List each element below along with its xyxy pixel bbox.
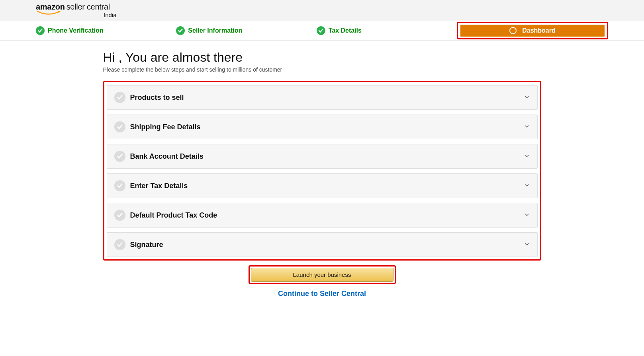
accordion-label: Bank Account Details bbox=[130, 152, 204, 161]
checkmark-icon bbox=[114, 210, 125, 221]
accordion-label: Products to sell bbox=[130, 93, 184, 102]
top-bar-inner: amazon seller central India bbox=[0, 2, 644, 21]
step-label: Tax Details bbox=[329, 27, 362, 34]
accordion-label: Shipping Fee Details bbox=[130, 123, 201, 131]
continue-to-seller-central-link[interactable]: Continue to Seller Central bbox=[103, 290, 541, 298]
step-bar-inner: Phone Verification Seller Information Ta… bbox=[0, 21, 644, 40]
step-bar: Phone Verification Seller Information Ta… bbox=[0, 21, 644, 41]
accordion-signature[interactable]: Signature bbox=[107, 232, 538, 257]
checkmark-icon bbox=[114, 92, 125, 103]
brand-region: India bbox=[104, 12, 117, 18]
accordion-label: Signature bbox=[130, 241, 163, 249]
accordion-left: Shipping Fee Details bbox=[114, 121, 201, 132]
accordion-bank-account-details[interactable]: Bank Account Details bbox=[107, 144, 538, 169]
accordion-left: Signature bbox=[114, 239, 163, 250]
main-content: Hi , You are almost there Please complet… bbox=[99, 50, 545, 298]
checkmark-icon bbox=[176, 26, 185, 35]
accordion-left: Enter Tax Details bbox=[114, 180, 188, 191]
chevron-down-icon bbox=[524, 94, 530, 101]
accordion-left: Default Product Tax Code bbox=[114, 210, 217, 221]
top-bar: amazon seller central India bbox=[0, 0, 644, 21]
accordion-shipping-fee-details[interactable]: Shipping Fee Details bbox=[107, 115, 538, 139]
step-tax-details[interactable]: Tax Details bbox=[317, 21, 457, 40]
accordion-left: Products to sell bbox=[114, 92, 184, 103]
highlight-box-launch: Launch your business bbox=[249, 265, 396, 284]
amazon-swoosh-icon bbox=[37, 10, 61, 14]
launch-your-business-button[interactable]: Launch your business bbox=[251, 268, 393, 282]
step-label: Seller Information bbox=[188, 27, 242, 34]
step-seller-information[interactable]: Seller Information bbox=[176, 21, 316, 40]
highlight-box-dashboard: Dashboard bbox=[457, 22, 608, 39]
step-label: Dashboard bbox=[522, 27, 556, 34]
chevron-down-icon bbox=[524, 241, 530, 249]
checkmark-icon bbox=[317, 26, 325, 35]
brand-word-seller-central: seller central bbox=[67, 2, 110, 12]
chevron-down-icon bbox=[524, 212, 530, 219]
brand-logo[interactable]: amazon seller central India bbox=[36, 2, 123, 18]
accordion-products-to-sell[interactable]: Products to sell bbox=[107, 85, 538, 110]
checkmark-icon bbox=[114, 121, 125, 132]
chevron-down-icon bbox=[524, 182, 530, 190]
accordion-label: Default Product Tax Code bbox=[130, 211, 217, 220]
highlight-box-accordion: Products to sell Shipping Fee Details bbox=[103, 81, 541, 261]
checkmark-icon bbox=[114, 180, 125, 191]
chevron-down-icon bbox=[524, 123, 530, 131]
accordion-default-product-tax-code[interactable]: Default Product Tax Code bbox=[107, 203, 538, 228]
checkmark-icon bbox=[114, 239, 125, 250]
step-phone-verification[interactable]: Phone Verification bbox=[36, 21, 176, 40]
checkmark-icon bbox=[36, 26, 45, 35]
accordion-label: Enter Tax Details bbox=[130, 182, 188, 190]
step-dashboard-current[interactable]: Dashboard bbox=[460, 25, 605, 37]
step-label: Phone Verification bbox=[48, 27, 104, 34]
page-subtitle: Please complete the below steps and star… bbox=[103, 66, 541, 73]
chevron-down-icon bbox=[524, 153, 530, 160]
ring-icon bbox=[509, 27, 517, 34]
checkmark-icon bbox=[114, 151, 125, 162]
page-title: Hi , You are almost there bbox=[103, 50, 541, 65]
accordion-left: Bank Account Details bbox=[114, 151, 204, 162]
accordion-enter-tax-details[interactable]: Enter Tax Details bbox=[107, 173, 538, 198]
